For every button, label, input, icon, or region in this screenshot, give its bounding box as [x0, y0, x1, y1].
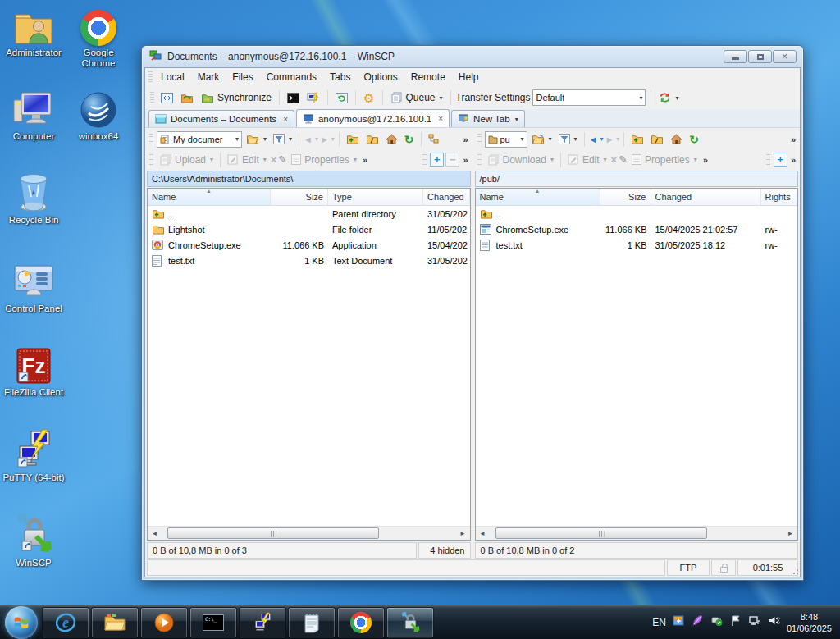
synchronize-button[interactable]: Synchronize [199, 90, 274, 105]
scroll-left-icon[interactable]: ◄ [148, 527, 162, 541]
resize-grip[interactable] [791, 567, 799, 575]
volume-tray-icon[interactable] [768, 614, 780, 630]
file-row[interactable]: test.txt 1 KB Text Document 31/05/202 [148, 253, 470, 268]
menu-local[interactable]: Local [154, 69, 191, 85]
taskbar-internet-explorer[interactable]: e [42, 607, 89, 638]
network-tray-icon[interactable] [748, 614, 761, 630]
preferences-button[interactable]: ⚙ [361, 91, 377, 105]
local-open-directory-button[interactable]: ▾ [244, 132, 269, 146]
scroll-right-icon[interactable]: ► [456, 527, 470, 541]
toolbar-grip[interactable] [149, 154, 153, 166]
compare-directories-button[interactable] [158, 91, 176, 105]
desktop-icon-winscp[interactable]: WinSCP [2, 515, 66, 568]
hidden-files-count[interactable]: 4 hidden [418, 542, 471, 559]
column-header-name[interactable]: ▲ Name [476, 189, 600, 205]
menu-remote[interactable]: Remote [404, 69, 452, 85]
close-button[interactable]: × [773, 50, 797, 63]
window-titlebar[interactable]: Documents – anonymous@172.16.100.1 – Win… [142, 46, 803, 67]
local-drive-combo[interactable]: My documer ▾ [157, 131, 242, 148]
remote-back-button[interactable]: ◄ [589, 135, 598, 144]
queue-button[interactable]: Queue ▾ [388, 90, 445, 105]
menu-mark[interactable]: Mark [191, 69, 226, 85]
taskbar-clock[interactable]: 8:48 01/06/2025 [787, 611, 832, 634]
toolbar-overflow-chevron[interactable]: » [701, 155, 710, 165]
column-header-changed[interactable]: Changed [423, 189, 470, 205]
column-header-type[interactable]: Type [328, 189, 423, 205]
upload-button[interactable]: Upload ▾ [157, 153, 216, 167]
column-header-size[interactable]: Size [600, 189, 651, 205]
remote-forward-button[interactable]: ► [605, 135, 614, 144]
remote-directory-combo[interactable]: pu ▾ [485, 131, 527, 148]
remote-home-button[interactable] [668, 132, 685, 146]
menu-help[interactable]: Help [452, 69, 486, 85]
menu-commands[interactable]: Commands [260, 69, 323, 85]
taskbar-chrome[interactable] [337, 607, 385, 638]
edit-button[interactable]: Edit ▾ [225, 153, 269, 167]
toolbar-grip[interactable] [149, 134, 153, 145]
local-tree-button[interactable] [426, 132, 443, 146]
file-row[interactable]: .. [476, 206, 798, 221]
refresh-session-button[interactable] [333, 91, 350, 105]
menu-files[interactable]: Files [226, 69, 259, 85]
local-back-button[interactable]: ◄ [304, 135, 313, 144]
lightshot-tray-icon[interactable] [692, 614, 704, 630]
close-tab-icon[interactable]: × [438, 114, 443, 123]
remote-filter-button[interactable]: ▾ [556, 132, 580, 146]
usb-safely-remove-icon[interactable] [710, 614, 724, 630]
menu-tabs[interactable]: Tabs [323, 69, 357, 85]
remote-refresh-button[interactable]: ↻ [687, 133, 701, 146]
remote-parent-directory-button[interactable] [628, 132, 646, 146]
file-row[interactable]: Lightshot File folder 11/05/202 [148, 221, 470, 237]
desktop-icon-google-chrome[interactable]: Google Chrome [66, 5, 130, 69]
local-filter-button[interactable]: ▾ [271, 132, 294, 146]
edit-button[interactable]: Edit ▾ [565, 153, 609, 167]
start-button[interactable] [5, 606, 38, 639]
toolbar-grip[interactable] [477, 154, 482, 166]
add-bookmark-button[interactable]: + [774, 153, 788, 167]
taskbar-windows-explorer[interactable] [91, 607, 139, 638]
rename-button[interactable]: ✎ [619, 153, 628, 166]
scrollbar-thumb[interactable] [495, 527, 707, 539]
maximize-button[interactable] [748, 50, 772, 63]
file-row[interactable]: ChromeSetup.exe 11.066 KB 15/04/2025 21:… [476, 221, 798, 237]
desktop-icon-putty[interactable]: PuTTY (64-bit) [2, 430, 66, 483]
rename-button[interactable]: ✎ [278, 153, 287, 166]
desktop-icon-filezilla[interactable]: Fz FileZilla Client [2, 345, 66, 398]
file-list-empty-area[interactable] [476, 253, 798, 526]
download-button[interactable]: Download ▾ [485, 153, 556, 167]
delete-button[interactable]: × [611, 153, 618, 166]
remote-open-directory-button[interactable]: ▾ [529, 132, 555, 146]
column-header-name[interactable]: ▲ Name [148, 189, 271, 205]
file-list-empty-area[interactable] [148, 268, 470, 526]
remove-bookmark-button[interactable]: − [445, 153, 459, 167]
remote-horizontal-scrollbar[interactable]: ◄ ► [476, 526, 798, 540]
taskbar-media-player[interactable] [140, 607, 188, 638]
synchronize-browsing-button[interactable] [178, 91, 196, 105]
tab-session-anonymous[interactable]: anonymous@172.16.100.1 × [296, 109, 450, 127]
scrollbar-thumb[interactable] [167, 527, 379, 539]
desktop-icon-control-panel[interactable]: Control Panel [2, 261, 66, 314]
local-path-bar[interactable]: C:\Users\Administrator\Documents\ [147, 171, 471, 187]
toolbar-grip[interactable] [148, 71, 153, 83]
add-bookmark-button[interactable]: + [430, 153, 444, 167]
local-horizontal-scrollbar[interactable]: ◄ ► [148, 526, 470, 540]
desktop-icon-winbox64[interactable]: winbox64 [66, 89, 130, 142]
file-row[interactable]: .. Parent directory 31/05/202 [148, 206, 470, 221]
toolbar-overflow-chevron[interactable]: » [789, 135, 797, 144]
taskbar-command-prompt[interactable]: C:\_ [189, 607, 237, 638]
toolbar-overflow-chevron[interactable]: » [461, 155, 469, 165]
tab-documents[interactable]: Documents – Documents × [148, 110, 294, 127]
scroll-left-icon[interactable]: ◄ [476, 527, 490, 541]
desktop-icon-administrator[interactable]: Administrator [2, 5, 66, 58]
local-root-directory-button[interactable] [363, 132, 381, 146]
transfer-settings-combo[interactable]: Default ▾ [532, 89, 646, 106]
minimize-button[interactable] [724, 50, 747, 63]
toolbar-grip[interactable] [477, 134, 482, 145]
column-header-rights[interactable]: Rights [761, 189, 798, 205]
language-indicator[interactable]: EN [652, 617, 666, 628]
toolbar-grip[interactable] [150, 92, 154, 103]
properties-button[interactable]: Properties ▾ [289, 153, 359, 167]
column-header-changed[interactable]: Changed [651, 189, 761, 205]
close-tab-icon[interactable]: × [283, 115, 288, 124]
delete-button[interactable]: × [271, 153, 277, 166]
